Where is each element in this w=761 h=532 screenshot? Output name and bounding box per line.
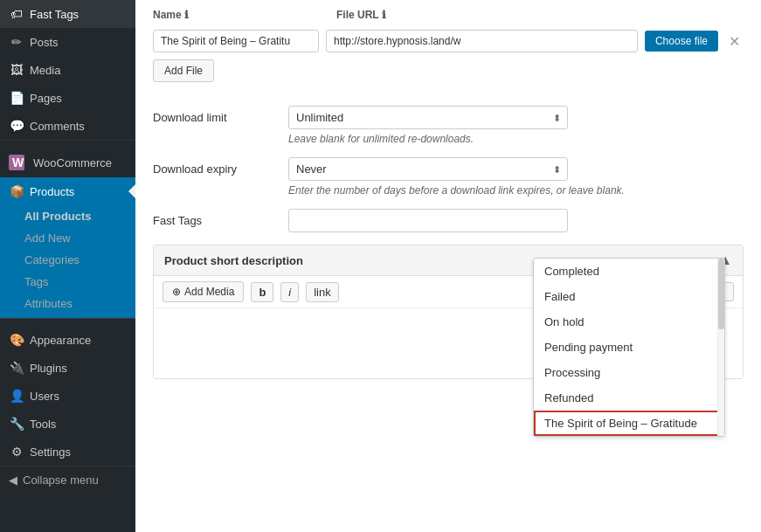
bold-button[interactable]: b [251,282,273,302]
sidebar-item-media[interactable]: 🖼 Media [0,56,135,84]
file-row: The Spirit of Being – Gratitu http://sto… [153,30,744,52]
sidebar: 🏷 Fast Tags ✏ Posts 🖼 Media 📄 Pages 💬 Co… [0,0,135,532]
download-limit-hint: Leave blank for unlimited re-downloads. [288,133,744,145]
tools-icon: 🔧 [9,417,24,431]
download-expiry-select-wrap: Never [288,157,568,181]
sidebar-sub-add-new[interactable]: Add New [0,227,135,249]
media-icon: 🖼 [9,63,24,77]
products-active-arrow [128,184,135,198]
dropdown-item-pending-payment[interactable]: Pending payment [534,335,724,360]
main-content: Name ℹ File URL ℹ The Spirit of Being – … [135,0,761,532]
woo-icon: W [9,155,24,170]
sidebar-sub-attributes[interactable]: Attributes [0,293,135,314]
download-limit-row: Download limit Unlimited Leave blank for… [153,106,744,145]
sidebar-item-comments[interactable]: 💬 Comments [0,112,135,140]
download-limit-select-wrap: Unlimited [288,106,568,129]
download-limit-control: Unlimited Leave blank for unlimited re-d… [288,106,744,145]
dropdown-scrollbar[interactable] [717,259,724,436]
download-expiry-row: Download expiry Never Enter the number o… [153,157,744,197]
dropdown-scrollbar-thumb [718,259,724,329]
sidebar-item-plugins[interactable]: 🔌 Plugins [0,354,135,382]
sidebar-item-tools[interactable]: 🔧 Tools [0,410,135,438]
collapse-menu-button[interactable]: ◀ Collapse menu [0,466,135,494]
choose-file-button[interactable]: Choose file [645,31,718,52]
dropdown-item-processing[interactable]: Processing [534,360,724,385]
dropdown-item-completed[interactable]: Completed [534,259,724,284]
italic-button[interactable]: i [280,282,299,302]
download-limit-select[interactable]: Unlimited [288,106,568,129]
dropdown-item-failed[interactable]: Failed [534,284,724,309]
fast-tags-dropdown: Completed Failed On hold Pending payment… [533,258,725,437]
settings-icon: ⚙ [9,445,24,459]
fast-tags-input[interactable] [288,209,568,232]
short-description-title: Product short description [164,254,303,267]
file-name-input[interactable]: The Spirit of Being – Gratitu [153,30,319,52]
dropdown-container: Completed Failed On hold Pending payment… [534,259,724,436]
fast-tags-label: Fast Tags [153,209,275,227]
sidebar-item-appearance[interactable]: 🎨 Appearance [0,326,135,354]
dropdown-item-refunded[interactable]: Refunded [534,385,724,411]
sidebar-item-woocommerce[interactable]: W WooCommerce [0,148,135,177]
sidebar-item-products[interactable]: 📦 Products [0,177,135,205]
url-col-label: File URL ℹ [336,9,744,21]
fast-tags-row: Fast Tags [153,209,744,232]
sidebar-sub-categories[interactable]: Categories [0,249,135,271]
download-expiry-label: Download expiry [153,157,275,176]
download-limit-label: Download limit [153,106,275,124]
sidebar-item-pages[interactable]: 📄 Pages [0,84,135,112]
pages-icon: 📄 [9,91,24,105]
sidebar-item-users[interactable]: 👤 Users [0,382,135,410]
download-expiry-select[interactable]: Never [288,157,568,181]
comments-icon: 💬 [9,119,24,133]
posts-icon: ✏ [9,35,24,49]
sidebar-sub-all-products[interactable]: All Products [0,205,135,227]
add-media-icon: ⊕ [172,286,181,298]
add-file-button[interactable]: Add File [153,59,214,82]
file-row-header: Name ℹ File URL ℹ [153,9,744,25]
products-icon: 📦 [9,184,24,198]
sidebar-item-settings[interactable]: ⚙ Settings [0,438,135,466]
sidebar-item-fast-tags[interactable]: 🏷 Fast Tags [0,0,135,28]
collapse-icon: ◀ [9,473,17,487]
sidebar-item-posts[interactable]: ✏ Posts [0,28,135,56]
plugins-icon: 🔌 [9,361,24,375]
fast-tags-input-wrap [288,209,744,232]
users-icon: 👤 [9,389,24,403]
add-media-button[interactable]: ⊕ Add Media [163,281,244,302]
fast-tags-icon: 🏷 [9,7,24,21]
download-expiry-control: Never Enter the number of days before a … [288,157,744,197]
sidebar-sub-tags[interactable]: Tags [0,271,135,293]
appearance-icon: 🎨 [9,333,24,347]
link-button[interactable]: link [306,282,339,302]
name-col-label: Name ℹ [153,9,328,21]
dropdown-item-on-hold[interactable]: On hold [534,309,724,335]
remove-file-button[interactable]: ✕ [725,33,744,50]
dropdown-item-spirit[interactable]: The Spirit of Being – Gratitude [534,411,724,436]
file-url-input[interactable]: http://store.hypnosis.land/w [326,30,638,52]
download-expiry-hint: Enter the number of days before a downlo… [288,184,744,197]
sidebar-item-products-wrap: 📦 Products [0,177,135,205]
